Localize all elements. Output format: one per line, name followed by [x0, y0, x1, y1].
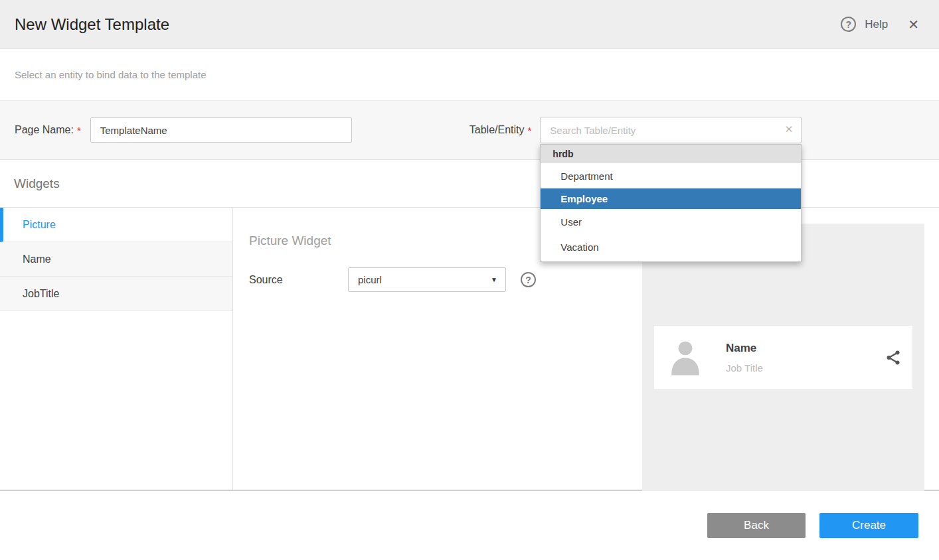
chevron-down-icon: ▼: [491, 276, 497, 283]
dialog-header: New Widget Template ? Help ✕: [0, 0, 939, 49]
help-link[interactable]: Help: [865, 18, 888, 31]
dropdown-group-header: hrdb: [541, 145, 801, 163]
table-entity-required-marker: *: [528, 125, 532, 136]
page-name-required-marker: *: [77, 125, 81, 136]
source-field-row: Source picurl ▼ ?: [249, 267, 642, 292]
table-entity-combo: ✕ hrdb Department Employee User Vacation: [540, 117, 802, 143]
widget-list-item-picture[interactable]: Picture: [0, 208, 232, 242]
table-entity-label: Table/Entity: [470, 124, 525, 136]
dropdown-option-employee[interactable]: Employee: [541, 188, 801, 209]
share-icon[interactable]: [885, 349, 902, 366]
page-name-input[interactable]: [90, 117, 352, 143]
entity-form-row: Page Name: * Table/Entity * ✕ hrdb Depar…: [0, 101, 939, 160]
widgets-section-title: Widgets: [14, 176, 60, 191]
source-select-value: picurl: [358, 274, 382, 285]
dropdown-option-user[interactable]: User: [541, 209, 801, 234]
template-preview-panel: Name Job Title: [642, 224, 924, 491]
dialog-footer: Back Create: [0, 491, 939, 560]
subtitle-row: Select an entity to bind data to the tem…: [0, 49, 939, 101]
preview-name-field: Name: [726, 342, 763, 355]
header-actions: ? Help ✕: [841, 17, 919, 32]
table-entity-search-input[interactable]: [540, 117, 802, 143]
help-circle-icon[interactable]: ?: [841, 17, 856, 32]
subtitle-text: Select an entity to bind data to the tem…: [15, 69, 207, 80]
widget-list: Picture Name JobTitle: [0, 208, 233, 490]
source-help-icon[interactable]: ?: [521, 272, 536, 287]
close-icon[interactable]: ✕: [908, 18, 919, 31]
source-label: Source: [249, 274, 348, 286]
page-name-label: Page Name:: [15, 124, 74, 136]
dropdown-option-vacation[interactable]: Vacation: [541, 234, 801, 259]
widget-list-item-name[interactable]: Name: [0, 242, 232, 277]
preview-card-text: Name Job Title: [726, 342, 763, 374]
create-button[interactable]: Create: [819, 513, 918, 538]
clear-search-icon[interactable]: ✕: [785, 124, 794, 134]
preview-card: Name Job Title: [654, 326, 912, 389]
page-title: New Widget Template: [15, 15, 169, 34]
back-button[interactable]: Back: [707, 513, 806, 538]
source-select[interactable]: picurl ▼: [348, 267, 506, 292]
dropdown-option-department[interactable]: Department: [541, 163, 801, 188]
preview-jobtitle-field: Job Title: [726, 362, 763, 374]
avatar-silhouette-icon: [669, 339, 702, 376]
table-entity-dropdown: hrdb Department Employee User Vacation: [540, 144, 802, 262]
widget-list-item-jobtitle[interactable]: JobTitle: [0, 277, 232, 311]
